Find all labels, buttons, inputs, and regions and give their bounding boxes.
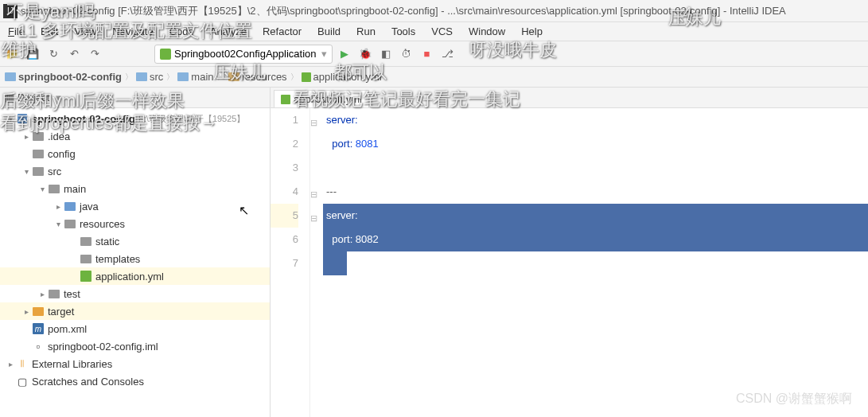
watermark: CSDN @谢蟹蟹猴啊 — [736, 391, 852, 407]
iml-icon: ▫ — [32, 341, 45, 352]
tree-test[interactable]: test — [0, 285, 270, 302]
mouse-cursor: ↖ — [239, 203, 249, 218]
editor-body[interactable]: 1 2 3 4 5 6 7 ⊟ ⊟ ⊟ server: port: 8081 -… — [271, 108, 868, 417]
breadcrumb-root[interactable]: springboot-02-config — [5, 71, 122, 83]
tree-label: pom.xml — [48, 323, 87, 335]
expand-icon[interactable] — [53, 202, 64, 211]
tree-label: target — [48, 306, 74, 318]
tree-main[interactable]: main — [0, 180, 270, 197]
run-config-label: Springboot02ConfigApplication — [174, 48, 317, 60]
code-token: 8082 — [352, 233, 379, 245]
tree-path: F:\班级管理\西开【19525】 — [138, 113, 245, 125]
title-bar: IJ springboot-02-config [F:\班级管理\西开【1952… — [0, 0, 868, 22]
chevron-down-icon: ▾ — [56, 92, 61, 103]
folder-icon — [136, 72, 147, 81]
folder-icon — [80, 237, 91, 246]
project-view-icon: ▦ — [5, 92, 14, 103]
springboot-icon — [160, 49, 171, 60]
tree-iml[interactable]: ▫ springboot-02-config.iml — [0, 337, 270, 355]
menu-edit[interactable]: Edit — [36, 24, 63, 39]
menu-run[interactable]: Run — [352, 24, 380, 39]
tree-label: application.yml — [95, 271, 164, 283]
code-token: server: — [326, 114, 358, 126]
fold-icon[interactable]: ⊟ — [309, 206, 318, 230]
menu-vcs[interactable]: VCS — [426, 24, 457, 39]
tree-label: Scratches and Consoles — [32, 376, 144, 388]
menu-refactor[interactable]: Refactor — [258, 24, 306, 39]
refresh-icon[interactable]: ↻ — [45, 45, 62, 63]
title-text: springboot-02-config [F:\班级管理\西开【19525】\… — [21, 4, 786, 18]
menu-navigate[interactable]: Navigate — [107, 24, 158, 39]
menu-view[interactable]: View — [69, 24, 101, 39]
tree-application-yml[interactable]: application.yml — [0, 267, 270, 285]
tree-java[interactable]: java — [0, 197, 270, 215]
folder-icon — [228, 72, 239, 81]
module-icon — [18, 114, 27, 123]
expand-icon[interactable] — [53, 220, 64, 228]
redo-icon[interactable]: ↷ — [86, 45, 103, 63]
run-icon[interactable]: ▶ — [336, 45, 353, 63]
expand-icon[interactable] — [21, 132, 32, 141]
folder-icon — [80, 255, 91, 263]
tree-label: External Libraries — [32, 358, 112, 370]
line-number: 5 — [271, 204, 298, 228]
breadcrumb-src[interactable]: src — [136, 71, 163, 83]
tree-target[interactable]: target — [0, 302, 270, 320]
code-token: port: — [332, 233, 352, 245]
profile-icon[interactable]: ⏱ — [398, 45, 415, 63]
folder-icon — [49, 290, 60, 298]
chevron-icon: 〉 — [166, 72, 174, 83]
code-area[interactable]: server: port: 8081 --- server: port: 808… — [323, 108, 868, 417]
menu-help[interactable]: Help — [516, 24, 547, 39]
menu-code[interactable]: Code — [165, 24, 199, 39]
expand-icon[interactable] — [21, 167, 32, 176]
open-icon[interactable]: 📁 — [3, 45, 21, 63]
tree-scratches[interactable]: ▢ Scratches and Consoles — [0, 372, 270, 390]
menu-build[interactable]: Build — [313, 24, 345, 39]
coverage-icon[interactable]: ◧ — [377, 45, 395, 63]
folder-icon — [49, 185, 60, 193]
tree-label: main — [64, 183, 86, 195]
tree-external-libraries[interactable]: ⫴ External Libraries — [0, 355, 270, 372]
run-config-dropdown[interactable]: Springboot02ConfigApplication ▾ — [154, 45, 333, 64]
fold-icon[interactable]: ⊟ — [309, 182, 318, 206]
tree-pom[interactable]: m pom.xml — [0, 320, 270, 337]
expand-icon[interactable] — [5, 360, 16, 368]
menu-bar: FFileile Edit View Navigate Code Analyze… — [0, 22, 868, 41]
menu-file[interactable]: FFileile — [3, 24, 29, 39]
fold-icon[interactable]: ⊟ — [309, 111, 318, 134]
project-panel-header[interactable]: ▦ Project ▾ — [0, 88, 270, 108]
vcs-icon[interactable]: ⎇ — [439, 45, 457, 63]
expand-icon[interactable] — [37, 185, 48, 193]
tree-resources[interactable]: resources — [0, 215, 270, 232]
gutter: 1 2 3 4 5 6 7 — [271, 108, 310, 417]
breadcrumb-file[interactable]: application.yml — [302, 71, 382, 83]
tree-label: springboot-02-config.iml — [48, 341, 158, 353]
tree-static[interactable]: static — [0, 232, 270, 250]
breadcrumb-main[interactable]: main — [177, 71, 213, 83]
tree-src[interactable]: src — [0, 162, 270, 180]
tree-templates[interactable]: templates — [0, 250, 270, 267]
save-icon[interactable]: 💾 — [24, 45, 41, 63]
tree-label: resources — [80, 218, 125, 230]
tree-label: test — [64, 288, 80, 300]
stop-icon[interactable]: ■ — [418, 45, 436, 63]
expand-icon[interactable] — [21, 307, 32, 316]
module-icon — [5, 72, 16, 81]
menu-analyze[interactable]: Analyze — [205, 24, 251, 39]
menu-tools[interactable]: Tools — [387, 24, 420, 39]
code-token: port: — [332, 138, 352, 150]
expand-icon[interactable] — [5, 115, 16, 123]
selection-tail — [323, 251, 347, 275]
tree-config[interactable]: config — [0, 145, 270, 162]
breadcrumb-resources[interactable]: resources — [228, 71, 287, 83]
tree-idea[interactable]: .idea — [0, 127, 270, 145]
editor-tab-application-yml[interactable]: application.yml — [274, 90, 369, 107]
menu-window[interactable]: Window — [464, 24, 510, 39]
expand-icon[interactable] — [37, 290, 48, 298]
undo-icon[interactable]: ↶ — [65, 45, 83, 63]
fold-column: ⊟ ⊟ ⊟ — [310, 108, 323, 417]
tree-root[interactable]: springboot-02-config F:\班级管理\西开【19525】 — [0, 110, 270, 127]
folder-icon — [33, 132, 44, 141]
debug-icon[interactable]: 🐞 — [356, 45, 374, 63]
